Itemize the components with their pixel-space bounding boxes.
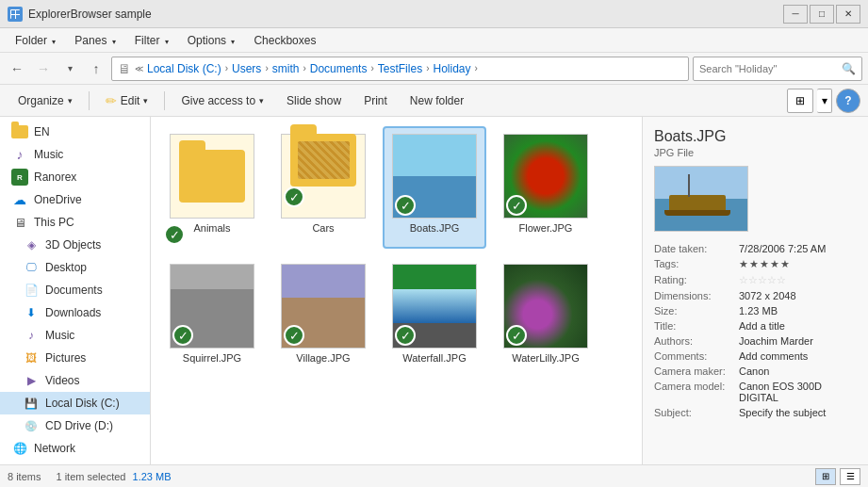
up-button[interactable]: ↑ <box>85 57 107 80</box>
detail-label-datetaken: Date taken: <box>654 241 739 256</box>
detail-value-authors: Joachim Marder <box>739 333 857 349</box>
detail-value-title[interactable]: Add a title <box>739 318 857 333</box>
file-item-boats[interactable]: ✓ Boats.JPG <box>383 126 486 249</box>
status-bar: 8 items 1 item selected 1.23 MB ⊞ ☰ <box>0 464 868 487</box>
slideshow-button[interactable]: Slide show <box>276 89 352 113</box>
sidebar-item-localdisk[interactable]: 💾 Local Disk (C:) <box>0 392 150 414</box>
file-thumbnail-animals: ✓ <box>170 134 254 219</box>
file-name-boats: Boats.JPG <box>410 222 460 234</box>
sidebar-item-en[interactable]: EN <box>0 121 150 143</box>
view-dropdown-button[interactable]: ▾ <box>817 89 832 113</box>
sidebar-item-thispc[interactable]: 🖥 This PC <box>0 211 150 234</box>
file-item-cars[interactable]: ✓ Cars <box>271 126 375 249</box>
sidebar-item-onedrive[interactable]: ☁ OneDrive <box>0 188 150 211</box>
svg-rect-2 <box>16 10 20 14</box>
sidebar-item-videos[interactable]: ▶ Videos <box>0 369 150 392</box>
search-icon[interactable]: 🔍 <box>842 62 856 75</box>
file-name-animals: Animals <box>193 222 230 234</box>
file-item-squirrel[interactable]: ✓ Squirrel.JPG <box>160 256 264 379</box>
main-layout: EN ♪ Music R Ranorex ☁ OneDrive 🖥 This P… <box>0 117 868 464</box>
file-thumbnail-squirrel: ✓ <box>170 264 254 349</box>
forward-button[interactable]: → <box>32 57 55 80</box>
detail-value-comments[interactable]: Add comments <box>739 349 857 364</box>
detail-label-title: Title: <box>654 318 739 333</box>
new-folder-button[interactable]: New folder <box>400 89 474 113</box>
view-options-button[interactable]: ⊞ <box>787 89 813 113</box>
menu-bar: Folder ▾ Panes ▾ Filter ▾ Options ▾ Chec… <box>0 28 868 53</box>
detail-title: Boats.JPG <box>654 128 857 145</box>
breadcrumb-testfiles[interactable]: TestFiles <box>378 62 422 75</box>
check-icon-waterfall: ✓ <box>395 325 416 346</box>
file-item-animals[interactable]: ✓ Animals <box>160 126 264 249</box>
print-button[interactable]: Print <box>353 89 398 113</box>
detail-value-datetaken: 7/28/2006 7:25 AM <box>739 241 857 256</box>
breadcrumb-smith[interactable]: smith <box>272 62 300 75</box>
detail-value-tags: ★★★★★ <box>739 256 857 272</box>
menu-filter[interactable]: Filter ▾ <box>127 32 176 49</box>
breadcrumb-users[interactable]: Users <box>232 62 261 75</box>
check-icon-village: ✓ <box>284 325 304 346</box>
back-button[interactable]: ← <box>6 57 28 80</box>
file-thumbnail-waterfall: ✓ <box>392 264 477 349</box>
file-item-flower[interactable]: ✓ Flower.JPG <box>494 126 598 249</box>
file-item-waterlilly[interactable]: ✓ WaterLilly.JPG <box>494 256 598 379</box>
help-button[interactable]: ? <box>836 89 860 113</box>
file-thumbnail-flower: ✓ <box>503 134 588 219</box>
detail-label-cameramaker: Camera maker: <box>654 364 739 379</box>
sidebar-item-cddrive[interactable]: 💿 CD Drive (D:) <box>0 414 150 437</box>
detail-thumbnail <box>654 166 748 232</box>
edit-button[interactable]: ✏ Edit▾ <box>95 89 159 113</box>
breadcrumb-documents[interactable]: Documents <box>310 62 368 75</box>
sidebar: EN ♪ Music R Ranorex ☁ OneDrive 🖥 This P… <box>0 117 151 464</box>
breadcrumb-holiday[interactable]: Holiday <box>433 62 470 75</box>
address-bar: ← → ▾ ↑ 🖥 ≪ Local Disk (C:) › Users › sm… <box>0 53 868 85</box>
check-icon-cars: ✓ <box>284 187 304 207</box>
give-access-button[interactable]: Give access to▾ <box>171 89 274 113</box>
sidebar-item-downloads[interactable]: ⬇ Downloads <box>0 301 150 324</box>
detail-label-tags: Tags: <box>654 256 739 272</box>
detail-value-rating: ☆☆☆☆☆ <box>739 272 857 288</box>
sidebar-item-music[interactable]: ♪ Music <box>0 143 150 166</box>
maximize-button[interactable]: □ <box>810 5 834 24</box>
title-bar: ExplorerBrowser sample ─ □ ✕ <box>0 0 868 28</box>
detail-info-table: Date taken: 7/28/2006 7:25 AM Tags: ★★★★… <box>654 241 857 420</box>
detail-type: JPG File <box>654 147 857 158</box>
list-view-button[interactable]: ☰ <box>840 468 860 485</box>
window-title: ExplorerBrowser sample <box>28 8 152 21</box>
menu-panes[interactable]: Panes ▾ <box>67 32 123 49</box>
file-name-squirrel: Squirrel.JPG <box>183 352 241 364</box>
search-input[interactable] <box>699 63 838 74</box>
grid-view-button[interactable]: ⊞ <box>815 468 836 485</box>
sidebar-item-desktop[interactable]: 🖵 Desktop <box>0 256 150 279</box>
detail-label-cameramodel: Camera model: <box>654 379 739 405</box>
detail-label-dimensions: Dimensions: <box>654 288 739 303</box>
detail-value-subject[interactable]: Specify the subject <box>739 405 857 420</box>
sidebar-item-documents[interactable]: 📄 Documents <box>0 279 150 301</box>
check-icon-squirrel: ✓ <box>172 325 193 346</box>
menu-folder[interactable]: Folder ▾ <box>8 32 63 49</box>
toolbar: Organize▾ ✏ Edit▾ Give access to▾ Slide … <box>0 85 868 117</box>
organize-button[interactable]: Organize▾ <box>8 89 83 113</box>
sidebar-item-ranorex[interactable]: R Ranorex <box>0 166 150 188</box>
breadcrumb[interactable]: 🖥 ≪ Local Disk (C:) › Users › smith › Do… <box>111 57 689 81</box>
sidebar-item-music2[interactable]: ♪ Music <box>0 324 150 347</box>
svg-rect-1 <box>11 10 15 14</box>
check-icon-animals: ✓ <box>164 224 185 245</box>
sidebar-item-3dobjects[interactable]: ◈ 3D Objects <box>0 234 150 256</box>
file-item-village[interactable]: ✓ Village.JPG <box>271 256 375 379</box>
detail-label-subject: Subject: <box>654 405 739 420</box>
menu-checkboxes[interactable]: Checkboxes <box>246 32 323 49</box>
sidebar-item-pictures[interactable]: 🖼 Pictures <box>0 347 150 369</box>
svg-rect-4 <box>16 15 20 19</box>
minimize-button[interactable]: ─ <box>783 5 808 24</box>
check-icon-boats: ✓ <box>395 195 416 216</box>
file-name-village: Village.JPG <box>296 352 350 364</box>
menu-options[interactable]: Options ▾ <box>180 32 243 49</box>
check-icon-flower: ✓ <box>506 195 527 216</box>
sidebar-item-network[interactable]: 🌐 Network <box>0 437 150 460</box>
search-bar[interactable]: 🔍 <box>693 57 862 81</box>
file-item-waterfall[interactable]: ✓ Waterfall.JPG <box>383 256 486 379</box>
breadcrumb-localdisk[interactable]: Local Disk (C:) <box>147 62 221 75</box>
dropdown-button[interactable]: ▾ <box>58 57 81 80</box>
close-button[interactable]: ✕ <box>836 5 860 24</box>
